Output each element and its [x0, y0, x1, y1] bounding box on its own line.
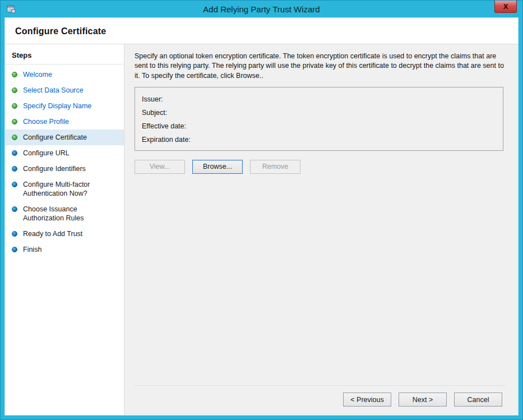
- step-done-dot: [12, 103, 17, 109]
- step-pending-dot: [12, 206, 17, 212]
- certificate-actions: View... Browse... Remove: [135, 160, 506, 174]
- step-configure-certificate: Configure Certificate: [5, 130, 124, 145]
- page-title: Configure Certificate: [15, 26, 508, 36]
- wizard-footer: < Previous Next > Cancel: [135, 385, 506, 415]
- step-pending-dot: [12, 231, 17, 237]
- cert-field-expiration-date: Expiration date:: [142, 133, 496, 146]
- step-label: Specify Display Name: [23, 101, 119, 110]
- step-label: Finish: [23, 245, 119, 254]
- window-frame: Configure Certificate Steps Welcome Sele…: [4, 17, 519, 416]
- certificate-details-box: Issuer: Subject: Effective date: Expirat…: [135, 87, 503, 151]
- cert-field-label: Subject:: [142, 108, 203, 118]
- step-pending-dot: [12, 182, 17, 187]
- step-pending-dot: [12, 247, 17, 252]
- step-done-dot: [12, 72, 17, 77]
- step-label: Configure Multi-factor Authentication No…: [23, 180, 119, 198]
- step-choose-issuance-rules: Choose Issuance Authorization Rules: [5, 201, 124, 226]
- step-label: Ready to Add Trust: [23, 229, 119, 238]
- step-label: Select Data Source: [23, 86, 119, 95]
- browse-button[interactable]: Browse...: [192, 160, 243, 174]
- step-label: Choose Issuance Authorization Rules: [23, 205, 119, 223]
- step-pending-dot: [12, 150, 17, 156]
- cert-field-value: [203, 108, 496, 118]
- step-select-data-source[interactable]: Select Data Source: [5, 82, 124, 98]
- cert-field-label: Effective date:: [142, 121, 203, 131]
- cert-field-value: [203, 121, 496, 131]
- step-done-dot: [12, 87, 17, 93]
- cert-field-subject: Subject:: [142, 106, 496, 119]
- previous-button[interactable]: < Previous: [343, 393, 391, 407]
- cert-field-value: [203, 94, 496, 104]
- step-choose-profile[interactable]: Choose Profile: [5, 114, 124, 130]
- wizard-window: Add Relying Party Trust Wizard X Configu…: [0, 0, 523, 420]
- step-finish: Finish: [5, 242, 124, 257]
- step-label: Configure Certificate: [23, 133, 119, 142]
- close-button[interactable]: X: [494, 1, 517, 13]
- step-label: Welcome: [23, 70, 119, 79]
- cert-field-label: Issuer:: [142, 94, 203, 104]
- wizard-body: Steps Welcome Select Data Source Specify…: [5, 44, 518, 415]
- step-done-dot: [12, 119, 17, 124]
- cert-field-effective-date: Effective date:: [142, 119, 496, 133]
- step-welcome[interactable]: Welcome: [5, 67, 124, 82]
- steps-sidebar: Steps Welcome Select Data Source Specify…: [5, 44, 124, 415]
- step-pending-dot: [12, 166, 17, 172]
- titlebar: Add Relying Party Trust Wizard X: [4, 1, 519, 17]
- step-configure-mfa: Configure Multi-factor Authentication No…: [5, 177, 124, 201]
- step-label: Configure URL: [23, 149, 119, 158]
- step-specify-display-name[interactable]: Specify Display Name: [5, 98, 124, 114]
- steps-title: Steps: [5, 48, 124, 64]
- step-ready-to-add-trust: Ready to Add Trust: [5, 226, 124, 242]
- page-header: Configure Certificate: [5, 18, 518, 44]
- instructions-text: Specify an optional token encryption cer…: [135, 52, 506, 81]
- step-configure-identifiers: Configure Identifiers: [5, 161, 124, 177]
- view-button: View...: [135, 160, 185, 174]
- step-done-dot: [12, 135, 17, 140]
- next-button[interactable]: Next >: [399, 393, 447, 407]
- main-panel: Specify an optional token encryption cer…: [124, 44, 518, 415]
- cancel-button[interactable]: Cancel: [454, 393, 502, 407]
- step-configure-url: Configure URL: [5, 145, 124, 161]
- remove-button: Remove: [250, 160, 300, 174]
- step-label: Configure Identifiers: [23, 164, 119, 173]
- cert-field-value: [203, 135, 496, 145]
- window-title: Add Relying Party Trust Wizard: [4, 4, 519, 14]
- step-label: Choose Profile: [23, 117, 119, 126]
- cert-field-issuer: Issuer:: [142, 93, 496, 106]
- cert-field-label: Expiration date:: [142, 135, 203, 145]
